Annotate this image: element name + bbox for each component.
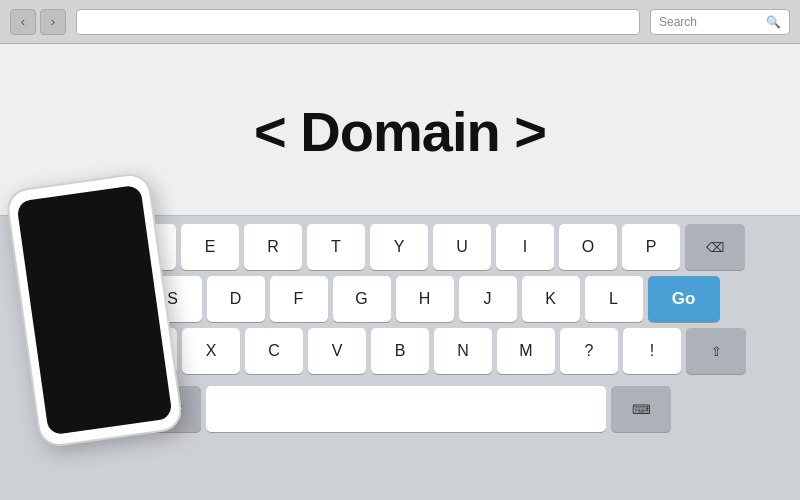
key-u[interactable]: U [433,224,491,270]
nav-buttons: ‹ › [10,9,66,35]
key-i[interactable]: I [496,224,554,270]
key-f[interactable]: F [270,276,328,322]
phone-screen [16,184,173,435]
domain-heading: < Domain > [254,99,546,164]
key-n[interactable]: N [434,328,492,374]
keyboard-icon-key[interactable]: ⌨ [611,386,671,432]
browser-chrome: ‹ › Search 🔍 [0,0,800,44]
key-p[interactable]: P [622,224,680,270]
back-button[interactable]: ‹ [10,9,36,35]
spacebar[interactable] [206,386,606,432]
key-h[interactable]: H [396,276,454,322]
key-g[interactable]: G [333,276,391,322]
forward-button[interactable]: › [40,9,66,35]
shift-key-right[interactable]: ⇧ [686,328,746,374]
backspace-key[interactable]: ⌫ [685,224,745,270]
key-v[interactable]: V [308,328,366,374]
key-o[interactable]: O [559,224,617,270]
key-y[interactable]: Y [370,224,428,270]
key-x[interactable]: X [182,328,240,374]
address-bar[interactable] [76,9,640,35]
key-exclaim[interactable]: ! [623,328,681,374]
search-bar[interactable]: Search 🔍 [650,9,790,35]
main-content: < Domain > Q W E R T Y U I O P ⌫ A S D [0,44,800,500]
key-k[interactable]: K [522,276,580,322]
go-key[interactable]: Go [648,276,720,322]
key-r[interactable]: R [244,224,302,270]
key-question[interactable]: ? [560,328,618,374]
key-t[interactable]: T [307,224,365,270]
key-c[interactable]: C [245,328,303,374]
search-label: Search [659,15,760,29]
key-d[interactable]: D [207,276,265,322]
key-m[interactable]: M [497,328,555,374]
key-j[interactable]: J [459,276,517,322]
key-l[interactable]: L [585,276,643,322]
key-e[interactable]: E [181,224,239,270]
search-icon: 🔍 [766,15,781,29]
key-b[interactable]: B [371,328,429,374]
